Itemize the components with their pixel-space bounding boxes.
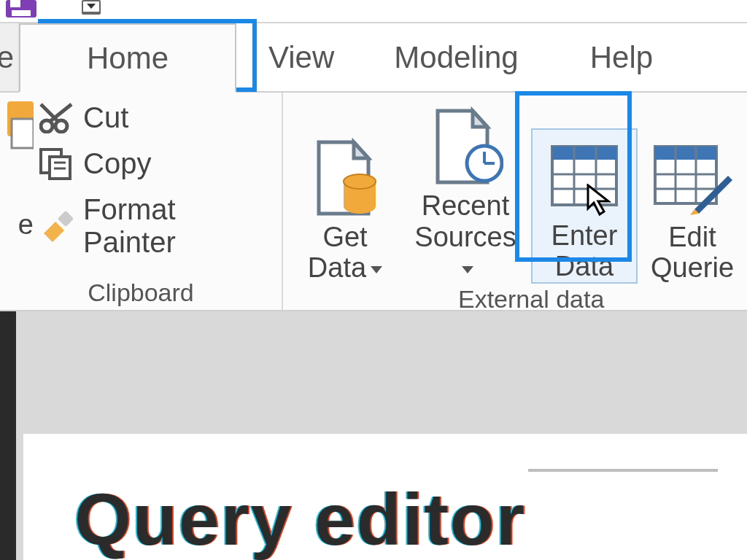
- tab-file-label: e: [0, 40, 14, 75]
- edit-queries-button[interactable]: Edit Querie: [645, 131, 740, 284]
- page-clock-icon: [427, 104, 503, 190]
- recent-line2: Sources: [414, 222, 516, 252]
- svg-rect-2: [12, 10, 31, 16]
- edit-line1: Edit: [668, 222, 716, 253]
- cut-button[interactable]: Cut: [39, 101, 274, 134]
- group-label-clipboard: Clipboard: [7, 277, 274, 307]
- recent-line1: Recent: [422, 190, 509, 222]
- tab-home-label: Home: [87, 41, 169, 76]
- page-title: Query editor: [74, 478, 747, 560]
- report-canvas: Query editor: [0, 311, 747, 560]
- svg-rect-1: [10, 0, 20, 7]
- brush-icon: [39, 210, 74, 242]
- svg-rect-27: [552, 147, 616, 160]
- enter-line1: Enter: [551, 220, 618, 252]
- separator-line: [528, 469, 718, 472]
- save-icon[interactable]: [4, 0, 38, 23]
- quick-access-toolbar: [0, 0, 747, 23]
- ribbon-tab-strip: e Home View Modeling Help: [0, 23, 747, 93]
- copy-label: Copy: [83, 147, 151, 180]
- edit-line2: Querie: [651, 252, 734, 284]
- tab-view-label: View: [268, 40, 334, 75]
- paste-button-partial[interactable]: e: [7, 97, 34, 241]
- svg-marker-22: [473, 111, 487, 127]
- ribbon-home: e Cut: [0, 93, 747, 311]
- svg-rect-34: [655, 147, 716, 160]
- group-label-external: External data: [290, 284, 740, 314]
- svg-point-19: [344, 199, 376, 214]
- ribbon-group-clipboard: e Cut: [0, 93, 283, 310]
- chevron-down-icon: [462, 266, 473, 273]
- format-painter-button[interactable]: Format Painter: [39, 193, 274, 259]
- svg-rect-14: [58, 211, 74, 228]
- get-data-line2: Data: [308, 252, 366, 283]
- enter-line2: Data: [555, 251, 614, 282]
- copy-icon: [39, 148, 74, 180]
- scissors-icon: [39, 103, 74, 133]
- tab-help-label: Help: [590, 40, 653, 75]
- tab-help[interactable]: Help: [546, 23, 697, 91]
- chevron-down-icon: [371, 266, 382, 273]
- cursor-icon: [587, 184, 616, 217]
- recent-sources-button[interactable]: Recent Sources: [407, 100, 524, 284]
- tab-modeling[interactable]: Modeling: [366, 23, 546, 91]
- tab-home[interactable]: Home: [19, 23, 236, 93]
- enter-data-button[interactable]: Enter Data: [531, 128, 638, 284]
- tab-view[interactable]: View: [236, 23, 366, 91]
- get-data-button[interactable]: Get Data: [290, 131, 400, 284]
- page-db-icon: [309, 136, 382, 222]
- table-pen-icon: [652, 136, 732, 222]
- svg-marker-13: [44, 222, 64, 242]
- copy-button[interactable]: Copy: [39, 147, 274, 180]
- svg-marker-32: [588, 185, 608, 214]
- ribbon-group-external-data: Get Data Recent Sources: [283, 93, 747, 310]
- tab-file-partial[interactable]: e: [0, 23, 19, 91]
- format-painter-label: Format Painter: [83, 193, 274, 259]
- document-panel: Query editor: [23, 434, 747, 560]
- get-data-line1: Get: [322, 222, 367, 253]
- svg-marker-16: [354, 142, 368, 158]
- clipboard-icon: [7, 97, 34, 152]
- paste-label-suffix: e: [18, 209, 34, 241]
- cut-label: Cut: [83, 101, 128, 134]
- qat-dropdown-icon[interactable]: [82, 0, 101, 15]
- svg-rect-4: [12, 119, 34, 148]
- tab-modeling-label: Modeling: [394, 40, 518, 75]
